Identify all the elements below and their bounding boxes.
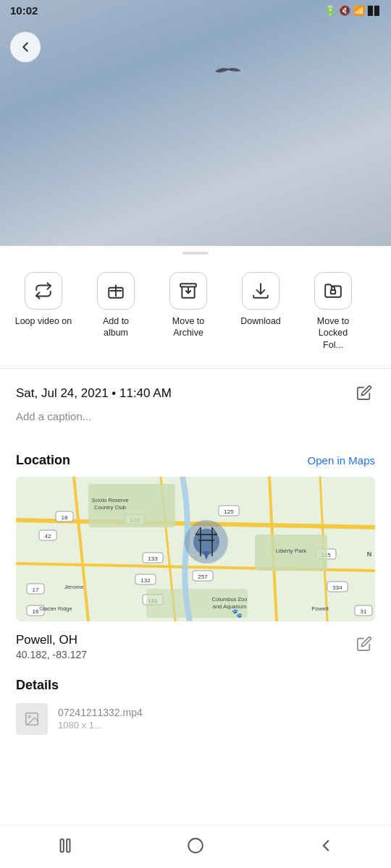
lock-folder-icon: [324, 281, 342, 300]
battery-icon: 🔋: [324, 5, 336, 16]
download-button[interactable]: Download: [224, 266, 297, 357]
move-to-archive-button[interactable]: Move toArchive: [152, 266, 224, 357]
svg-text:42: 42: [45, 533, 51, 540]
loop-icon: [34, 281, 53, 300]
location-header: Location Open in Maps: [16, 453, 375, 468]
svg-text:🐾: 🐾: [232, 608, 243, 618]
svg-text:31: 31: [361, 608, 367, 615]
status-icons: 🔋 🔇 📶 ▊▊: [324, 5, 381, 16]
edit-date-icon: [356, 385, 372, 401]
download-icon-box: [242, 272, 279, 310]
add-album-icon-box: [97, 272, 135, 310]
signal-icon: ▊▊: [368, 6, 381, 16]
lock-folder-icon-box: [314, 272, 352, 310]
action-row: Loop video on Add toalbum: [0, 266, 391, 368]
drag-handle: [182, 252, 209, 255]
svg-rect-63: [61, 839, 64, 851]
status-time: 10:02: [10, 4, 38, 17]
caption-placeholder[interactable]: Add a caption...: [16, 410, 375, 422]
svg-text:Columbus Zoo: Columbus Zoo: [212, 596, 248, 603]
details-thumbnail: [16, 703, 48, 735]
location-city: Powell, OH: [16, 633, 87, 647]
status-bar: 10:02 🔋 🔇 📶 ▊▊: [0, 0, 391, 20]
svg-text:16: 16: [33, 608, 39, 615]
archive-icon-box: [169, 272, 207, 310]
pause-icon: [56, 836, 75, 855]
svg-text:132: 132: [140, 577, 151, 584]
svg-rect-65: [188, 838, 203, 853]
loop-video-icon-box: [25, 272, 62, 310]
svg-text:334: 334: [332, 584, 342, 591]
back-nav-button[interactable]: [302, 830, 350, 863]
svg-text:133: 133: [148, 556, 158, 562]
edit-location-icon: [356, 636, 372, 652]
archive-icon: [179, 281, 198, 300]
add-album-icon: [106, 281, 125, 300]
svg-text:Glacier Ridge: Glacier Ridge: [39, 605, 72, 612]
location-text-group: Powell, OH 40.182, -83.127: [16, 633, 87, 660]
back-button[interactable]: [10, 32, 41, 62]
download-icon: [251, 281, 270, 300]
pause-play-button[interactable]: [41, 830, 89, 863]
svg-text:257: 257: [198, 574, 208, 580]
info-section: Sat, Jul 24, 2021 • 11:40 AM Add a capti…: [0, 369, 391, 422]
svg-text:Jerome: Jerome: [64, 584, 84, 590]
home-button[interactable]: [172, 830, 219, 863]
svg-text:N: N: [367, 550, 372, 558]
add-to-album-label: Add toalbum: [103, 315, 129, 339]
details-title: Details: [16, 678, 375, 693]
edit-date-button[interactable]: [353, 382, 375, 406]
move-to-archive-label: Move toArchive: [172, 315, 204, 339]
svg-text:Powell: Powell: [311, 605, 329, 612]
location-section: Location Open in Maps 18 42 12: [0, 440, 391, 660]
bottom-sheet: Loop video on Add toalbum: [0, 246, 391, 793]
svg-text:125: 125: [224, 509, 234, 515]
details-item: 07241211332.mp4 1080 x 1...: [16, 703, 375, 735]
location-title: Location: [16, 453, 70, 468]
svg-rect-64: [67, 839, 70, 851]
photo-area: [0, 0, 391, 246]
svg-text:Liberty Park: Liberty Park: [276, 548, 308, 554]
back-nav-icon: [316, 836, 335, 855]
svg-text:17: 17: [33, 587, 39, 593]
details-section: Details 07241211332.mp4 1080 x 1...: [0, 678, 391, 735]
svg-point-62: [28, 715, 30, 718]
wifi-icon: 📶: [353, 5, 365, 16]
details-file-info: 07241211332.mp4 1080 x 1...: [58, 707, 143, 731]
date-row: Sat, Jul 24, 2021 • 11:40 AM: [16, 382, 375, 406]
bird-silhouette: [214, 65, 243, 78]
edit-location-button[interactable]: [353, 633, 375, 657]
map-container[interactable]: 18 42 124 125 133 132 131 257 315 334: [16, 477, 375, 621]
svg-rect-3: [180, 284, 196, 286]
location-info: Powell, OH 40.182, -83.127: [16, 633, 375, 660]
details-fileinfo: 1080 x 1...: [58, 720, 143, 731]
add-to-album-button[interactable]: Add toalbum: [80, 266, 152, 357]
map-svg: 18 42 124 125 133 132 131 257 315 334: [16, 477, 375, 621]
svg-text:Scioto Reserve: Scioto Reserve: [92, 497, 129, 503]
svg-text:Country Club: Country Club: [94, 504, 126, 511]
home-icon: [186, 836, 205, 855]
photo-date: Sat, Jul 24, 2021 • 11:40 AM: [16, 386, 172, 401]
download-label: Download: [240, 315, 281, 327]
bottom-nav: [0, 825, 391, 868]
details-filename: 07241211332.mp4: [58, 707, 143, 718]
move-to-locked-folder-button[interactable]: Move toLockedFol...: [297, 266, 369, 357]
svg-text:18: 18: [62, 514, 68, 521]
move-to-locked-label: Move toLockedFol...: [317, 315, 349, 351]
loop-video-label: Loop video on: [15, 315, 72, 327]
file-image-icon: [24, 711, 40, 727]
mute-icon: 🔇: [339, 5, 350, 16]
location-coords: 40.182, -83.127: [16, 649, 87, 660]
loop-video-button[interactable]: Loop video on: [7, 266, 80, 357]
open-in-maps-button[interactable]: Open in Maps: [308, 454, 375, 467]
